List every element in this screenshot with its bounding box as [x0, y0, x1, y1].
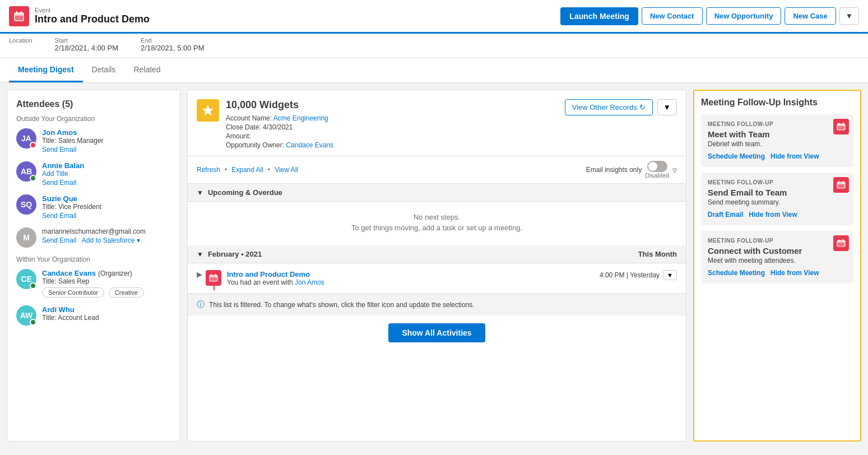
add-title-link[interactable]: Add Title	[42, 170, 68, 178]
amount-field: Amount:	[226, 132, 565, 140]
avatar: CE	[16, 269, 36, 289]
badge: Creative	[109, 287, 144, 298]
no-steps-sub: To get things moving, add a task or set …	[199, 224, 675, 232]
activity-expand-icon[interactable]: ▶	[197, 270, 202, 278]
activity-more-dropdown[interactable]: ▼	[663, 270, 677, 280]
avatar-status-icon	[30, 319, 36, 326]
insight-calendar-icon	[833, 177, 849, 193]
attendee-info: Candace Evans (Organizer) Title: Sales R…	[42, 269, 171, 298]
attendee-info: Suzie Que Title: Vice President Send Ema…	[42, 194, 171, 220]
page-header: Event Intro and Product Demo Launch Meet…	[0, 0, 868, 34]
activity-title[interactable]: Intro and Product Demo	[227, 270, 600, 278]
insights-panel: Meeting Follow-Up Insights MEETING FOLLO…	[693, 90, 861, 442]
new-contact-button[interactable]: New Contact	[642, 7, 703, 25]
attendee-actions: Send Email	[42, 146, 171, 154]
avatar-status-icon	[30, 282, 36, 289]
tab-meeting-digest[interactable]: Meeting Digest	[9, 58, 83, 82]
upcoming-overdue-title: Upcoming & Overdue	[208, 188, 677, 197]
end-value: 2/18/2021, 5:00 PM	[141, 44, 204, 52]
attendee-name[interactable]: Annie Balan	[42, 161, 171, 170]
launch-meeting-button[interactable]: Launch Meeting	[560, 7, 638, 25]
hide-from-view-link[interactable]: Hide from View	[770, 269, 819, 277]
activity-time-value: 4:00 PM | Yesterday	[600, 271, 660, 279]
no-steps-msg: No next steps.	[199, 213, 675, 221]
upcoming-overdue-section-header[interactable]: ▼ Upcoming & Overdue	[188, 184, 686, 202]
hide-from-view-link[interactable]: Hide from View	[749, 211, 797, 219]
owner-link[interactable]: Candace Evans	[286, 141, 333, 149]
account-name-link[interactable]: Acme Engineering	[273, 114, 328, 122]
table-row: ▶ Intro and Product Demo You had an even…	[188, 263, 686, 294]
send-email-link[interactable]: Send Email	[42, 212, 76, 220]
february-section-header[interactable]: ▼ February • 2021 This Month	[188, 245, 686, 263]
svg-rect-1	[15, 13, 24, 16]
tab-related[interactable]: Related	[124, 58, 169, 82]
insight-card-title: Connect with Customer	[708, 246, 847, 256]
filter-notice-text: This list is filtered. To change what's …	[209, 301, 475, 309]
insight-card-title: Meet with Team	[708, 129, 847, 139]
expand-all-link[interactable]: Expand All	[231, 166, 263, 174]
insight-card-send-email: MEETING FOLLOW-UP Send Email to Team Sen…	[701, 173, 853, 225]
send-email-link[interactable]: Send Email	[42, 146, 76, 154]
attendees-panel: Attendees (5) Outside Your Organization …	[7, 90, 180, 442]
attendee-name[interactable]: Candace Evans	[42, 269, 96, 277]
opportunity-more-dropdown[interactable]: ▼	[657, 99, 677, 115]
outside-org-label: Outside Your Organization	[16, 115, 171, 123]
avatar: SQ	[16, 194, 36, 215]
tab-details[interactable]: Details	[83, 58, 125, 82]
hide-from-view-link[interactable]: Hide from View	[770, 152, 819, 160]
insight-card-title: Send Email to Team	[708, 188, 847, 197]
new-opportunity-button[interactable]: New Opportunity	[706, 7, 782, 25]
new-case-button[interactable]: New Case	[785, 7, 835, 25]
refresh-link[interactable]: Refresh	[197, 166, 220, 174]
insight-calendar-icon	[833, 119, 849, 134]
filter-notice: ⓘ This list is filtered. To change what'…	[188, 294, 686, 315]
list-item: SQ Suzie Que Title: Vice President Send …	[16, 194, 171, 220]
email-insights-toggle[interactable]	[647, 161, 667, 172]
tab-bar: Meeting Digest Details Related	[0, 58, 868, 83]
draft-email-link[interactable]: Draft Email	[708, 211, 743, 219]
attendee-title: Title: Sales Manager	[42, 137, 171, 145]
end-label: End	[141, 37, 204, 44]
start-label: Start	[55, 37, 118, 44]
activity-person-link[interactable]: Jon Amos	[295, 278, 324, 286]
close-date-field: Close Date: 4/30/2021	[226, 123, 565, 131]
add-to-salesforce-link[interactable]: Add to Salesforce ▾	[82, 236, 140, 244]
schedule-meeting-link[interactable]: Schedule Meeting	[708, 269, 765, 277]
close-date-value: 4/30/2021	[263, 123, 293, 131]
header-more-dropdown[interactable]: ▼	[839, 7, 859, 25]
attendee-info: mariannelschumacher@gmail.com Send Email…	[42, 227, 171, 244]
send-email-link[interactable]: Send Email	[42, 236, 76, 244]
opportunity-section: 10,000 Widgets Account Name: Acme Engine…	[188, 90, 686, 156]
insight-card-desc: Debrief with team.	[708, 140, 847, 148]
no-steps-state: No next steps. To get things moving, add…	[188, 202, 686, 245]
end-field: End 2/18/2021, 5:00 PM	[141, 37, 204, 52]
show-all-activities-button[interactable]: Show All Activities	[388, 323, 485, 342]
svg-rect-5	[210, 275, 217, 277]
badge: Senior Contributor	[42, 287, 104, 298]
chevron-down-icon: ▼	[197, 189, 203, 197]
email-insights-toggle-wrap: Email insights only Disabled ▿	[586, 161, 677, 179]
activities-toolbar: Refresh • Expand All • View All Email in…	[188, 156, 686, 184]
attendee-actions: Send Email	[42, 212, 171, 220]
send-email-link[interactable]: Send Email	[42, 179, 76, 187]
header-actions: Launch Meeting New Contact New Opportuni…	[560, 7, 859, 25]
view-other-records-button[interactable]: View Other Records ↻	[565, 99, 653, 115]
refresh-icon: ↻	[639, 103, 646, 112]
attendee-info: Jon Amos Title: Sales Manager Send Email	[42, 128, 171, 154]
activity-sub: You had an event with Jon Amos	[227, 278, 600, 286]
owner-label: Opportunity Owner:	[226, 141, 284, 149]
insights-title: Meeting Follow-Up Insights	[701, 97, 853, 108]
attendee-name[interactable]: Ardi Whu	[42, 305, 171, 314]
attendee-name[interactable]: Suzie Que	[42, 194, 171, 203]
filter-button[interactable]: ▿	[672, 165, 677, 175]
list-item: CE Candace Evans (Organizer) Title: Sale…	[16, 269, 171, 298]
schedule-meeting-link[interactable]: Schedule Meeting	[708, 152, 765, 160]
dot-sep-2: •	[268, 166, 270, 174]
avatar-status-icon	[30, 175, 36, 182]
attendees-title: Attendees (5)	[16, 99, 171, 109]
list-item: AW Ardi Whu Title: Account Lead	[16, 305, 171, 326]
opp-header-actions: View Other Records ↻ ▼	[565, 99, 677, 115]
attendee-name[interactable]: Jon Amos	[42, 128, 171, 137]
avatar-status-icon	[30, 142, 36, 148]
view-all-link[interactable]: View All	[275, 166, 298, 174]
